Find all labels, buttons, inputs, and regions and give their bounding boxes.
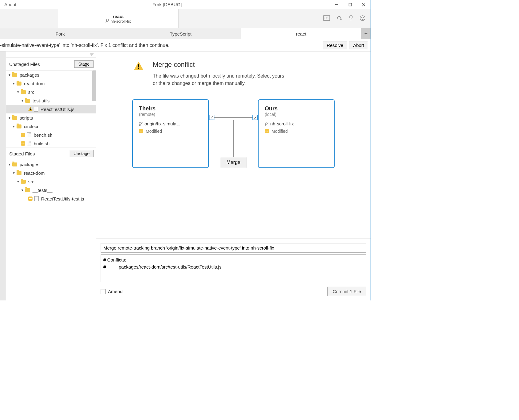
svg-point-4 <box>106 19 107 21</box>
tree-folder[interactable]: ▼circleci <box>6 122 96 131</box>
conflict-description: The file was changed both locally and re… <box>153 72 285 87</box>
svg-text:C:\: C:\ <box>325 17 329 20</box>
tree-file[interactable]: •••ReactTestUtils-test.js <box>6 194 96 203</box>
staged-title: Staged Files <box>9 151 35 156</box>
staged-tree: ▼packages ▼react-dom ▼src ▼__tests__ •••… <box>6 160 96 300</box>
conflict-view: Merge conflict The file was changed both… <box>96 52 371 239</box>
svg-point-5 <box>108 19 109 21</box>
minimize-button[interactable] <box>330 0 344 9</box>
commit-button[interactable]: Commit 1 File <box>327 287 366 296</box>
file-icon <box>27 132 31 137</box>
commit-area: Amend Commit 1 File <box>96 239 371 300</box>
tree-folder[interactable]: ▼packages <box>6 71 96 79</box>
warning-icon <box>133 61 144 72</box>
repo-branch: nh-scroll-fix <box>106 19 131 24</box>
tab-typescript[interactable]: TypeScript <box>121 28 241 39</box>
feedback-icon[interactable] <box>359 15 366 22</box>
terminal-icon[interactable]: C:\ <box>323 15 330 22</box>
folder-icon <box>25 99 30 103</box>
tab-react[interactable]: react <box>241 28 361 39</box>
svg-point-24 <box>265 124 266 126</box>
close-button[interactable] <box>357 0 371 9</box>
theirs-checkbox[interactable]: ✓ <box>209 115 214 120</box>
modified-badge-icon: ••• <box>21 133 25 137</box>
tree-folder[interactable]: ▼scripts <box>6 113 96 122</box>
file-icon <box>27 141 31 146</box>
redo-icon[interactable] <box>336 15 342 22</box>
amend-checkbox[interactable] <box>101 289 106 294</box>
svg-point-10 <box>360 16 365 21</box>
ours-branch: nh-scroll-fix <box>270 121 294 126</box>
folder-icon <box>25 188 30 192</box>
svg-text:!: ! <box>30 108 31 111</box>
theirs-subtitle: (remote) <box>139 112 202 117</box>
theirs-card[interactable]: Theirs (remote) origin/fix-simulat... ••… <box>132 99 209 168</box>
repo-name: react <box>113 14 124 19</box>
warning-icon: ! <box>28 107 33 111</box>
folder-icon <box>17 124 21 128</box>
folder-icon <box>21 90 26 94</box>
commit-body-input[interactable] <box>101 254 366 282</box>
ours-checkbox[interactable]: ✓ <box>252 115 258 120</box>
theirs-branch: origin/fix-simulat... <box>144 121 182 126</box>
branch-icon <box>106 19 109 23</box>
ours-title: Ours <box>265 105 328 112</box>
svg-point-19 <box>139 122 140 123</box>
tree-folder[interactable]: ▼src <box>6 88 96 96</box>
unstaged-tree: ▼packages ▼react-dom ▼src ▼test-utils ! … <box>6 71 96 147</box>
filter-icon <box>90 53 94 56</box>
folder-icon <box>12 73 17 77</box>
unstage-button[interactable]: Unstage <box>70 150 94 157</box>
lightbulb-icon[interactable] <box>348 15 353 22</box>
window-title: Fork [DEBUG] <box>4 2 330 7</box>
svg-point-21 <box>139 124 140 126</box>
tab-fork[interactable]: Fork <box>0 28 121 39</box>
folder-icon <box>17 171 21 175</box>
theirs-status: Modified <box>146 129 162 134</box>
add-tab-button[interactable]: + <box>361 28 371 39</box>
abort-button[interactable]: Abort <box>349 41 368 49</box>
left-gutter <box>0 52 6 300</box>
unstaged-title: Unstaged Files <box>9 62 40 67</box>
tree-folder[interactable]: ▼test-utils <box>6 96 96 105</box>
ours-subtitle: (local) <box>265 112 328 117</box>
right-pane: Merge conflict The file was changed both… <box>96 52 371 300</box>
maximize-button[interactable] <box>344 0 357 9</box>
theirs-title: Theirs <box>139 105 202 112</box>
commit-subject-input[interactable] <box>101 243 366 253</box>
repo-tab-active[interactable]: react nh-scroll-fix <box>58 9 179 28</box>
ours-status: Modified <box>271 129 288 134</box>
modified-badge-icon: ••• <box>139 129 143 133</box>
secondary-tabs: Fork TypeScript react + <box>0 28 371 39</box>
svg-point-23 <box>267 122 268 123</box>
js-file-icon <box>34 196 39 201</box>
file-sidebar: Unstaged Files Stage ▼packages ▼react-do… <box>6 52 96 300</box>
modified-badge-icon: ••• <box>21 141 25 146</box>
stage-button[interactable]: Stage <box>74 60 94 68</box>
svg-point-12 <box>363 17 364 18</box>
modified-badge-icon: ••• <box>265 129 269 133</box>
conflict-title: Merge conflict <box>153 61 285 69</box>
folder-icon <box>17 82 21 86</box>
filter-row[interactable] <box>6 52 96 58</box>
tree-folder[interactable]: ▼react-dom <box>6 169 96 177</box>
title-bar: About Fork [DEBUG] <box>0 0 371 9</box>
tree-folder[interactable]: ▼__tests__ <box>6 186 96 194</box>
merge-banner: -simulate-native-event-type' into 'nh-sc… <box>0 39 371 52</box>
js-file-icon <box>34 107 38 112</box>
scrollbar-thumb[interactable] <box>92 71 96 101</box>
merge-button[interactable]: Merge <box>220 157 247 168</box>
svg-point-11 <box>361 17 362 18</box>
folder-icon <box>12 162 17 166</box>
banner-message: -simulate-native-event-type' into 'nh-sc… <box>0 43 323 48</box>
tree-file[interactable]: •••build.sh <box>6 139 96 147</box>
tree-folder[interactable]: ▼src <box>6 177 96 186</box>
tree-folder[interactable]: ▼react-dom <box>6 79 96 88</box>
merge-connector: ✓ ✓ Merge <box>209 99 258 168</box>
branch-icon <box>265 122 268 126</box>
resolve-button[interactable]: Resolve <box>323 41 347 49</box>
tree-file[interactable]: •••bench.sh <box>6 131 96 139</box>
tree-file-conflict[interactable]: ! ReactTestUtils.js <box>6 105 96 113</box>
ours-card[interactable]: Ours (local) nh-scroll-fix ••• Modified <box>258 99 335 168</box>
tree-folder[interactable]: ▼packages <box>6 160 96 169</box>
